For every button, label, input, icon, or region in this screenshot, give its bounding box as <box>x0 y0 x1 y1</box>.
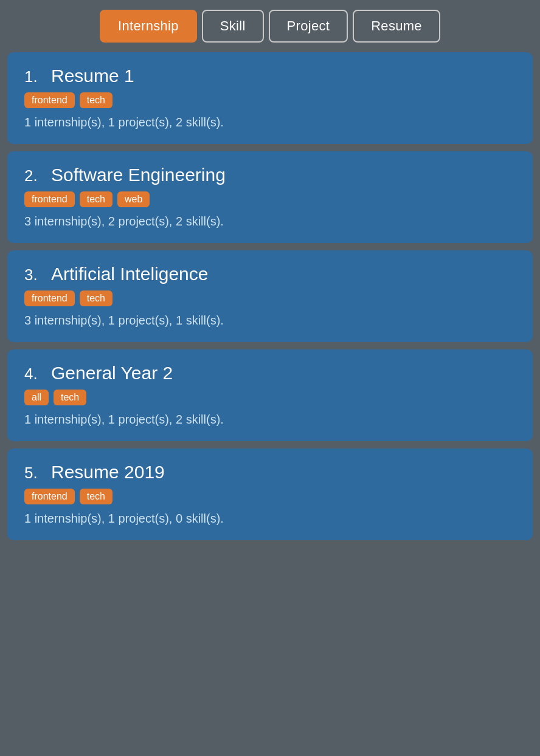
resume-title: Resume 1 <box>51 66 134 86</box>
resume-list: 1.Resume 1frontendtech1 internship(s), 1… <box>7 52 533 540</box>
resume-card[interactable]: 1.Resume 1frontendtech1 internship(s), 1… <box>7 52 533 144</box>
resume-card[interactable]: 4.General Year 2alltech1 internship(s), … <box>7 349 533 441</box>
tag-badge: frontend <box>24 92 75 108</box>
tags-row: alltech <box>24 390 516 405</box>
resume-title-row: 3.Artificial Inteligence <box>24 264 516 284</box>
tag-badge: tech <box>80 489 112 504</box>
tags-row: frontendtech <box>24 92 516 108</box>
resume-stats: 3 internship(s), 2 project(s), 2 skill(s… <box>24 215 516 229</box>
tags-row: frontendtechweb <box>24 191 516 207</box>
resume-card[interactable]: 3.Artificial Inteligencefrontendtech3 in… <box>7 250 533 342</box>
tag-badge: tech <box>80 290 112 306</box>
tab-skill[interactable]: Skill <box>202 10 264 43</box>
resume-title-row: 5.Resume 2019 <box>24 462 516 483</box>
resume-title: Artificial Inteligence <box>51 264 208 284</box>
resume-number: 2. <box>24 167 46 185</box>
resume-title: Software Engineering <box>51 165 226 185</box>
tag-badge: web <box>117 191 150 207</box>
resume-number: 5. <box>24 464 46 483</box>
tab-internship[interactable]: Internship <box>100 10 197 43</box>
resume-stats: 1 internship(s), 1 project(s), 2 skill(s… <box>24 115 516 129</box>
resume-title: Resume 2019 <box>51 462 165 483</box>
resume-stats: 3 internship(s), 1 project(s), 1 skill(s… <box>24 314 516 328</box>
tag-badge: frontend <box>24 290 75 306</box>
tags-row: frontendtech <box>24 489 516 504</box>
tag-badge: all <box>24 390 49 405</box>
resume-stats: 1 internship(s), 1 project(s), 2 skill(s… <box>24 413 516 427</box>
resume-number: 4. <box>24 365 46 383</box>
resume-title-row: 2.Software Engineering <box>24 165 516 185</box>
tag-badge: tech <box>80 92 112 108</box>
tab-project[interactable]: Project <box>269 10 348 43</box>
resume-title-row: 1.Resume 1 <box>24 66 516 86</box>
tab-bar: InternshipSkillProjectResume <box>100 10 440 43</box>
resume-title-row: 4.General Year 2 <box>24 363 516 383</box>
resume-stats: 1 internship(s), 1 project(s), 0 skill(s… <box>24 512 516 526</box>
resume-number: 3. <box>24 266 46 284</box>
resume-title: General Year 2 <box>51 363 173 383</box>
resume-card[interactable]: 5.Resume 2019frontendtech1 internship(s)… <box>7 448 533 540</box>
tag-badge: frontend <box>24 489 75 504</box>
resume-number: 1. <box>24 67 46 86</box>
tag-badge: tech <box>80 191 112 207</box>
tags-row: frontendtech <box>24 290 516 306</box>
tag-badge: frontend <box>24 191 75 207</box>
resume-card[interactable]: 2.Software Engineeringfrontendtechweb3 i… <box>7 151 533 243</box>
tab-resume[interactable]: Resume <box>353 10 440 43</box>
tag-badge: tech <box>54 390 86 405</box>
